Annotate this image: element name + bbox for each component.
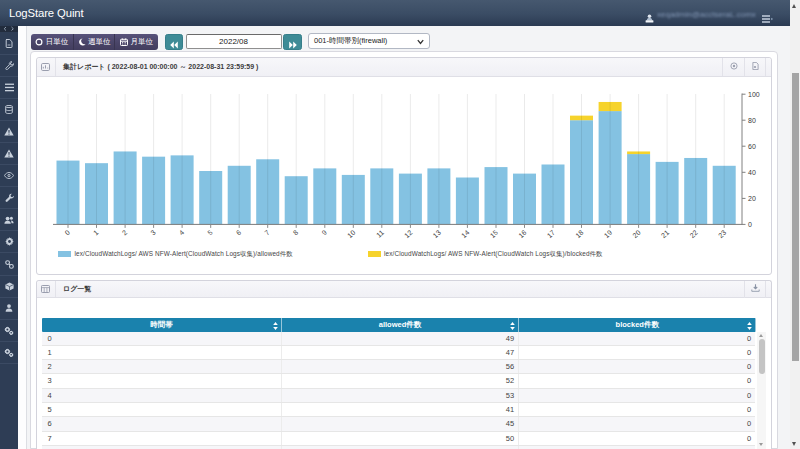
svg-text:14: 14 (460, 229, 471, 239)
svg-text:8: 8 (292, 229, 300, 237)
svg-text:21: 21 (660, 229, 671, 239)
svg-text:1: 1 (92, 229, 100, 237)
svg-text:11: 11 (375, 229, 385, 239)
svg-text:3: 3 (149, 229, 157, 237)
svg-text:0: 0 (748, 221, 752, 228)
svg-text:9: 9 (320, 229, 328, 237)
svg-text:22: 22 (688, 229, 699, 239)
svg-text:19: 19 (603, 229, 614, 239)
svg-text:0: 0 (64, 229, 72, 237)
svg-text:17: 17 (546, 229, 557, 239)
svg-text:16: 16 (517, 229, 528, 239)
svg-text:40: 40 (748, 169, 756, 176)
svg-text:80: 80 (748, 117, 756, 124)
svg-text:60: 60 (748, 143, 756, 150)
svg-text:20: 20 (748, 195, 756, 202)
svg-text:10: 10 (346, 229, 357, 239)
svg-text:7: 7 (263, 229, 271, 237)
svg-text:15: 15 (489, 229, 500, 239)
svg-text:2: 2 (121, 229, 129, 237)
svg-text:18: 18 (574, 229, 585, 239)
svg-text:4: 4 (178, 229, 186, 237)
svg-text:23: 23 (717, 229, 728, 239)
svg-text:100: 100 (748, 91, 760, 98)
svg-text:12: 12 (403, 229, 414, 239)
svg-text:13: 13 (432, 229, 443, 239)
svg-text:6: 6 (235, 229, 243, 237)
svg-text:5: 5 (206, 229, 214, 237)
svg-text:20: 20 (631, 229, 642, 239)
